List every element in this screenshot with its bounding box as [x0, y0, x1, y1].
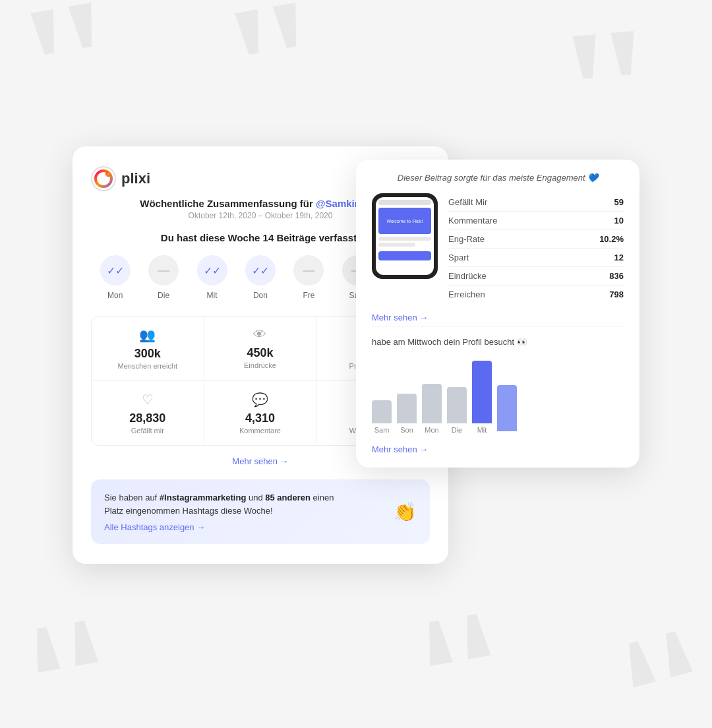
profile-visits-text: habe am Mittwoch dein Profil besucht 👀: [372, 337, 624, 347]
bar-label: Mit: [477, 426, 487, 434]
day-label: Fre: [303, 291, 314, 300]
hashtag-emoji: 👏: [394, 501, 417, 523]
hashtag-link[interactable]: Alle Hashtags anzeigen →: [104, 522, 355, 532]
stats-table: Gefällt Mir 59 Kommentare 10 Eng-Rate 10…: [448, 193, 624, 303]
day-circle: —: [293, 255, 324, 286]
phone-line-2: [378, 243, 415, 247]
day-circle: ✓✓: [100, 255, 131, 286]
engagement-title: Dieser Beitrag sorgte für das meiste Eng…: [372, 173, 624, 183]
bar-group: Mon: [422, 384, 442, 434]
day-label: Mon: [107, 291, 123, 300]
title-prefix: Wöchentliche Zusammenfassung für: [140, 198, 316, 209]
stat-icon: 👁: [212, 327, 309, 342]
hashtag-text: Sie haben auf #Instagrammarketing und 85…: [104, 491, 355, 517]
day-label: Mit: [207, 291, 218, 300]
bar-group: Sam: [372, 400, 392, 434]
dash-icon: —: [158, 264, 169, 278]
day-circle: ✓✓: [197, 255, 227, 286]
stats-table-row: Eng-Rate 10.2%: [448, 230, 624, 249]
stat-cell-3: ♡ 28,830 Gefällt mir: [92, 381, 204, 445]
svg-point-2: [105, 171, 111, 177]
stats-row-label: Gefällt Mir: [448, 197, 487, 207]
stat-cell-1: 👁 450k Eindrücke: [204, 317, 317, 381]
phone-status-bar: [378, 200, 431, 205]
check-icon: ✓✓: [252, 264, 269, 277]
cards-wrapper: plixi Wöchentliche Zusammenfassung für @…: [73, 67, 639, 661]
chart-mehr-link[interactable]: Mehr sehen →: [372, 444, 624, 454]
stats-row-value: 836: [609, 271, 624, 281]
hashtag-tag: #Instagrammarketing: [160, 493, 247, 502]
bar-label: Sam: [374, 426, 390, 434]
bar-chart: SamSonMonDieMit: [372, 357, 624, 437]
bar-group: Die: [447, 387, 467, 434]
stat-value: 300k: [100, 347, 196, 361]
stat-value: 450k: [212, 346, 309, 360]
phone-line-1: [378, 237, 431, 241]
stat-icon: ♡: [100, 392, 196, 408]
phone-wrapper: Welcome to Flick!: [372, 193, 438, 303]
day-item-mon: ✓✓Mon: [100, 255, 131, 300]
bar-light-blue: [497, 385, 517, 431]
hashtag-banner: Sie haben auf #Instagrammarketing und 85…: [91, 479, 430, 544]
right-card-body: Welcome to Flick! Gefällt Mir 59 Komment…: [372, 193, 624, 303]
bar-gray: [397, 394, 417, 423]
bar-gray: [372, 400, 392, 423]
stat-cell-0: 👥 300k Menschen erreicht: [92, 317, 204, 381]
stats-table-row: Eindrücke 836: [448, 267, 624, 286]
day-label: Don: [253, 291, 268, 300]
stats-table-row: Spart 12: [448, 249, 624, 267]
day-circle: ✓✓: [245, 255, 276, 286]
day-item-fre: —Fre: [293, 255, 324, 300]
stat-label: Kommentare: [212, 427, 309, 435]
stat-value: 28,830: [100, 411, 196, 425]
stat-label: Menschen erreicht: [100, 362, 196, 370]
logo-text: plixi: [121, 170, 150, 187]
stats-row-value: 10.2%: [599, 234, 624, 244]
stats-row-label: Erreichen: [448, 289, 485, 299]
bar-group: Mit: [472, 361, 492, 434]
stats-row-label: Spart: [448, 253, 469, 262]
bar-group: Son: [397, 394, 417, 434]
check-icon: ✓✓: [107, 264, 124, 277]
bar-group: [497, 385, 517, 434]
stats-table-row: Erreichen 798: [448, 286, 624, 303]
stat-label: Eindrücke: [212, 361, 309, 369]
main-container: plixi Wöchentliche Zusammenfassung für @…: [0, 0, 712, 728]
bar-label: Mon: [425, 426, 438, 434]
stats-row-value: 12: [614, 253, 624, 262]
stat-icon: 💬: [212, 392, 309, 408]
right-mehr-sehen-link[interactable]: Mehr sehen →: [372, 313, 428, 322]
stat-icon: 👥: [100, 327, 196, 343]
dash-icon: —: [303, 264, 314, 278]
stats-row-value: 798: [609, 289, 624, 299]
phone-button: [378, 251, 431, 260]
bar-label: Die: [452, 426, 463, 434]
bar-blue: [472, 361, 492, 423]
stats-row-label: Eindrücke: [448, 271, 487, 281]
day-item-die: —Die: [148, 255, 179, 300]
stats-row-value: 59: [614, 197, 624, 207]
hashtag-count: 85 anderen: [265, 493, 311, 502]
day-item-don: ✓✓Don: [245, 255, 276, 300]
stats-table-row: Kommentare 10: [448, 212, 624, 230]
stat-label: Gefällt mir: [100, 427, 196, 435]
bar-gray: [422, 384, 442, 423]
stats-row-value: 10: [614, 216, 624, 226]
right-card: Dieser Beitrag sorgte für das meiste Eng…: [356, 160, 639, 468]
stat-cell-4: 💬 4,310 Kommentare: [204, 381, 317, 445]
day-circle: —: [148, 255, 179, 286]
profile-visits-section: habe am Mittwoch dein Profil besucht 👀 S…: [372, 326, 624, 454]
stats-row-label: Kommentare: [448, 216, 497, 226]
day-item-mit: ✓✓Mit: [197, 255, 227, 300]
bar-gray: [447, 387, 467, 423]
hashtag-text-part2: und: [246, 493, 265, 502]
phone-inner: Welcome to Flick!: [376, 197, 434, 275]
day-label: Die: [158, 291, 169, 300]
stats-row-label: Eng-Rate: [448, 234, 485, 244]
check-icon: ✓✓: [204, 264, 221, 277]
plixi-logo-icon: [91, 166, 116, 191]
phone-mockup: Welcome to Flick!: [372, 193, 438, 279]
hashtag-content: Sie haben auf #Instagrammarketing und 85…: [104, 491, 355, 532]
stat-value: 4,310: [212, 411, 309, 425]
bar-label: Son: [400, 426, 413, 434]
